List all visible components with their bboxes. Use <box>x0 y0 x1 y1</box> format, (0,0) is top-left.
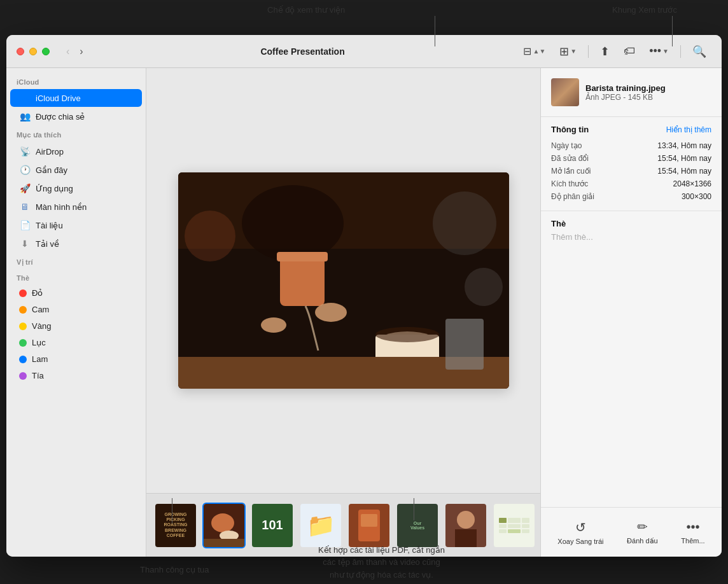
sidebar-item-airdrop[interactable]: 📡 AirDrop <box>10 143 142 160</box>
svg-rect-21 <box>361 514 377 527</box>
rotate-left-button[interactable]: ↺ Xoay Sang trái <box>551 516 610 549</box>
icloud-drive-icon: ☁ <box>19 92 31 104</box>
search-button[interactable]: 🔍 <box>687 41 711 62</box>
file-browser: GROWINGPICKINGROASTINGBREWINGCOFFEE <box>146 68 540 557</box>
more-preview-icon: ••• <box>686 520 699 534</box>
preview-pane-label: Khung Xem trước <box>612 5 677 15</box>
preview-resolution-label: Độ phân giải <box>551 192 594 201</box>
toolbar-right: ⊟ ▲▼ ⊞ ▼ ⬆ 🏷 ••• ▼ <box>518 41 711 62</box>
shared-icon: 👥 <box>19 111 31 122</box>
green-tag-dot <box>19 339 27 347</box>
sidebar-item-shared[interactable]: 👥 Được chia sẻ <box>10 108 142 125</box>
thumbnail-strip: GROWINGPICKINGROASTINGBREWINGCOFFEE <box>146 493 540 557</box>
svg-point-2 <box>242 185 344 261</box>
preview-opened-value: 15:54, Hôm nay <box>657 167 711 176</box>
thumb-7-image <box>445 504 486 547</box>
title-bar: ‹ › Coffee Presentation ⊟ ▲▼ ⊞ ▼ ⬆ 🏷 <box>6 35 722 68</box>
fullscreen-button[interactable] <box>42 48 50 55</box>
preview-row-resolution: Độ phân giải 300×300 <box>551 190 711 203</box>
sidebar-item-applications[interactable]: 🚀 Ứng dụng <box>10 179 142 197</box>
markup-button[interactable]: ✏ Đánh dấu <box>620 515 664 549</box>
preview-filetype: Ảnh JPEG - 145 KB <box>585 93 711 102</box>
svg-point-13 <box>185 211 235 261</box>
traffic-lights <box>17 48 50 55</box>
share-button[interactable]: ⬆ <box>595 41 615 62</box>
favorites-section-label: Mục ưa thích <box>6 126 146 142</box>
sidebar: iCloud ☁ iCloud Drive 👥 Được chia sẻ Mục… <box>6 68 146 557</box>
rotate-left-icon: ↺ <box>575 520 586 535</box>
rotate-left-label: Xoay Sang trái <box>557 538 603 545</box>
svg-point-15 <box>465 268 503 306</box>
toolbar-tua-label: Thanh công cụ tua <box>140 565 209 574</box>
applications-icon: 🚀 <box>19 183 31 194</box>
sidebar-item-tag-orange[interactable]: Cam <box>10 302 142 317</box>
orange-tag-dot <box>19 306 27 314</box>
sidebar-item-recent[interactable]: 🕐 Gần đây <box>10 161 142 179</box>
main-content: GROWINGPICKINGROASTINGBREWINGCOFFEE <box>146 68 540 557</box>
sidebar-item-tag-green[interactable]: Lục <box>10 335 142 351</box>
more-icon: ••• <box>649 45 661 58</box>
preview-modified-value: 15:54, Hôm nay <box>657 154 711 163</box>
thumbnail-item-7[interactable] <box>444 503 487 548</box>
preview-row-modified: Đã sửa đổi 15:54, Hôm nay <box>551 152 711 165</box>
preview-file-info: Barista training.jpeg Ảnh JPEG - 145 KB <box>585 83 711 102</box>
content-area: iCloud ☁ iCloud Drive 👥 Được chia sẻ Mục… <box>6 68 722 557</box>
preview-opened-label: Mở lần cuối <box>551 167 591 176</box>
preview-tags-placeholder[interactable]: Thêm thè... <box>551 232 711 242</box>
preview-show-more-link[interactable]: Hiển thị thêm <box>666 125 711 134</box>
nav-buttons: ‹ › <box>62 43 87 60</box>
preview-modified-label: Đã sửa đổi <box>551 154 589 163</box>
more-actions-button[interactable]: ••• ▼ <box>644 41 674 61</box>
thumbnail-item-1[interactable]: GROWINGPICKINGROASTINGBREWINGCOFFEE <box>154 503 197 548</box>
preview-created-value: 13:34, Hôm nay <box>657 141 711 150</box>
preview-created-label: Ngày tạo <box>551 141 582 150</box>
tag-button[interactable]: 🏷 <box>619 41 640 61</box>
thumbnail-item-5[interactable] <box>347 503 391 548</box>
share-icon: ⬆ <box>600 45 610 59</box>
preview-actions: ↺ Xoay Sang trái ✏ Đánh dấu ••• Thêm... <box>541 507 722 557</box>
svg-point-11 <box>315 303 347 322</box>
grid-view-button[interactable]: ⊞ ▼ <box>554 41 582 62</box>
airdrop-icon: 📡 <box>19 146 31 157</box>
markup-icon: ✏ <box>637 519 648 534</box>
svg-rect-5 <box>277 252 328 261</box>
close-button[interactable] <box>17 48 24 55</box>
sidebar-item-tag-yellow[interactable]: Vàng <box>10 318 142 334</box>
sidebar-item-icloud-drive[interactable]: ☁ iCloud Drive <box>10 89 142 107</box>
purple-tag-dot <box>19 372 27 380</box>
preview-size-value: 2048×1366 <box>673 179 711 188</box>
back-button[interactable]: ‹ <box>62 43 73 60</box>
sidebar-item-tag-blue[interactable]: Lam <box>10 351 142 367</box>
svg-point-8 <box>375 327 439 342</box>
thumbnail-item-2[interactable] <box>202 503 246 548</box>
minimize-button[interactable] <box>29 48 37 55</box>
forward-button[interactable]: › <box>76 43 87 60</box>
preview-tags-section: Thè Thêm thè... <box>541 211 722 249</box>
preview-panel: Barista training.jpeg Ảnh JPEG - 145 KB … <box>540 68 722 557</box>
thumb-5-image <box>353 506 385 545</box>
library-view-label: Chế độ xem thư viện <box>267 5 345 15</box>
documents-icon: 📄 <box>19 219 31 231</box>
thumbnail-item-6[interactable]: Our Values <box>396 503 439 548</box>
sidebar-item-tag-purple[interactable]: Tía <box>10 368 142 384</box>
finder-window: ‹ › Coffee Presentation ⊟ ▲▼ ⊞ ▼ ⬆ 🏷 <box>6 35 722 557</box>
svg-rect-19 <box>204 539 244 547</box>
sidebar-item-documents[interactable]: 📄 Tài liệu <box>10 216 142 234</box>
sidebar-item-tag-red[interactable]: Đỏ <box>10 285 142 301</box>
svg-point-17 <box>211 513 234 532</box>
thumbnail-item-4[interactable]: 📁 <box>299 503 342 548</box>
coffee-barista-image <box>178 172 509 389</box>
preview-file-header: Barista training.jpeg Ảnh JPEG - 145 KB <box>541 68 722 117</box>
view-mode-icon: ⊟ <box>523 45 531 57</box>
view-mode-button[interactable]: ⊟ ▲▼ <box>518 42 550 60</box>
tags-section-label: Thè <box>6 269 146 284</box>
svg-rect-10 <box>445 319 484 370</box>
more-preview-button[interactable]: ••• Thêm... <box>675 516 711 548</box>
preview-size-label: Kích thước <box>551 179 588 188</box>
sidebar-item-downloads[interactable]: ⬇ Tải về <box>10 235 142 253</box>
sidebar-item-desktop[interactable]: 🖥 Màn hình nền <box>10 198 142 216</box>
icloud-section-label: iCloud <box>6 73 146 88</box>
thumbnail-item-8[interactable] <box>493 503 536 548</box>
thumbnail-item-3[interactable]: 101 <box>251 503 294 548</box>
yellow-tag-dot <box>19 323 27 330</box>
